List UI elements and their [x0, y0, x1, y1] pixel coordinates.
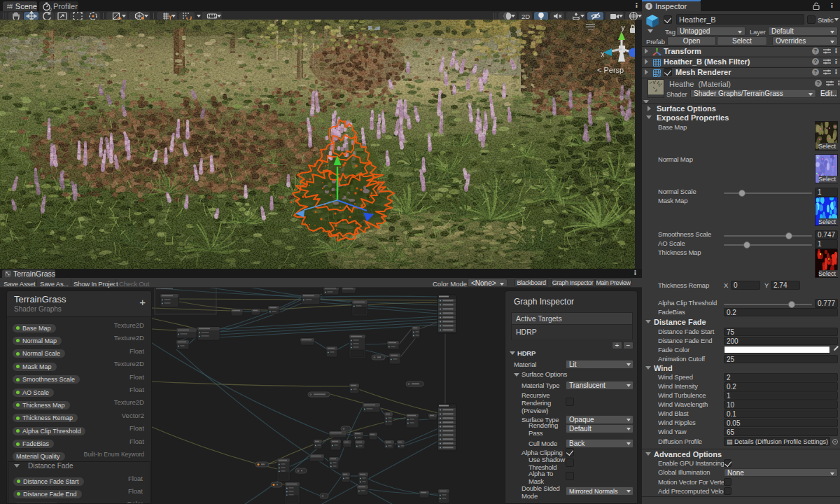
svg-text:Select: Select: [818, 143, 836, 150]
svg-text:Select: Select: [818, 218, 836, 225]
svg-text:Select: Select: [818, 176, 836, 183]
svg-text:Select: Select: [818, 270, 836, 277]
svg-text:y: y: [622, 24, 625, 31]
svg-text:x: x: [601, 50, 605, 58]
svg-text:2D: 2D: [521, 13, 529, 20]
svg-text:< Persp: < Persp: [597, 66, 624, 74]
